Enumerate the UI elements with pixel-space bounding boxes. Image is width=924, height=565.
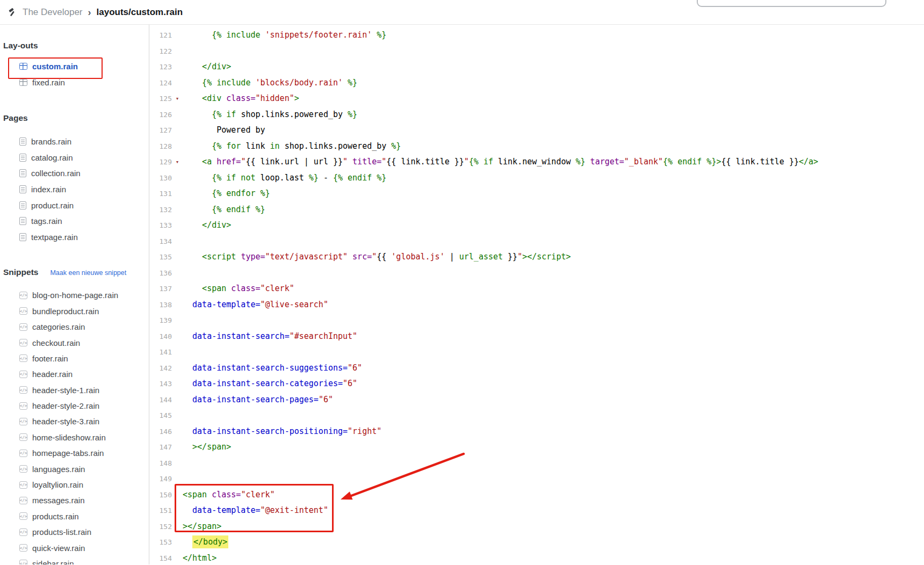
sidebar-item-tags.rain[interactable]: tags.rain [0,213,149,229]
sidebar-item-footer.rain[interactable]: footer.rain [0,351,149,366]
code-line[interactable]: 132 {% endif %} [149,202,924,218]
token-str: "@live-search" [261,300,328,309]
code-line[interactable]: 137 <span class="clerk" [149,281,924,297]
code-line[interactable]: 125▾ <div class="hidden"> [149,91,924,107]
code-line[interactable]: 134 [149,234,924,250]
section-items: custom.rainfixed.rain [0,58,149,91]
sidebar-item-collection.rain[interactable]: collection.rain [0,165,149,182]
code-line[interactable]: 152></span> [149,519,924,535]
section-header: Pages [0,113,149,123]
code-text: </html> [183,550,216,565]
sidebar-item-header.rain[interactable]: header.rain [0,366,149,382]
sidebar-item-label: quick-view.rain [32,544,85,553]
fold-arrow-icon[interactable]: ▾ [172,91,183,107]
token-str: " [372,252,377,262]
sidebar-item-loyaltylion.rain[interactable]: loyaltylion.rain [0,477,149,492]
code-line[interactable]: 142 data-instant-search-suggestions="6" [149,360,924,376]
code-text: {% endif %} [183,202,265,218]
sidebar-item-sidebar.rain[interactable]: sidebar.rain [0,556,149,564]
sidebar-item-categories.rain[interactable]: categories.rain [0,319,149,335]
sidebar-item-products.rain[interactable]: products.rain [0,509,149,524]
code-line[interactable]: 131 {% endfor %} [149,186,924,202]
sidebar-item-product.rain[interactable]: product.rain [0,197,149,213]
fold-arrow-icon[interactable]: ▾ [172,154,183,170]
token-plain [183,537,192,547]
code-line[interactable]: 153 </body> [149,534,924,550]
sidebar-item-brands.rain[interactable]: brands.rain [0,134,149,150]
code-line[interactable]: 136 [149,265,924,281]
sidebar-item-header-style-1.rain[interactable]: header-style-1.rain [0,382,149,398]
sidebar-item-catalog.rain[interactable]: catalog.rain [0,150,149,166]
sidebar-item-quick-view.rain[interactable]: quick-view.rain [0,540,149,555]
fold-gutter [172,59,183,75]
line-number: 152 [149,519,172,535]
sidebar-item-header-style-3.rain[interactable]: header-style-3.rain [0,414,149,429]
page-icon [19,233,26,241]
code-line[interactable]: 123 </div> [149,59,924,75]
sidebar-section: Lay-outscustom.rainfixed.rain [0,41,149,91]
sidebar-item-fixed.rain[interactable]: fixed.rain [0,75,149,91]
code-line[interactable]: 150<span class="clerk" [149,487,924,503]
code-line[interactable]: 121 {% include 'snippets/footer.rain' %} [149,27,924,44]
section-title: Lay-outs [3,41,38,50]
layout-grid-icon [19,63,27,70]
code-line[interactable]: 147 ></span> [149,439,924,455]
line-number: 136 [149,265,172,281]
fold-gutter [172,202,183,218]
token-tag: </html> [183,553,216,563]
sidebar-item-custom.rain[interactable]: custom.rain [0,58,149,75]
code-line[interactable]: 133 </div> [149,218,924,234]
sidebar-item-products-list.rain[interactable]: products-list.rain [0,524,149,540]
code-line[interactable]: 149 [149,471,924,487]
sidebar-item-label: products-list.rain [32,527,91,537]
code-line[interactable]: 138 data-template="@live-search" [149,297,924,313]
code-line[interactable]: 144 data-instant-search-pages="6" [149,392,924,408]
sidebar-item-textpage.rain[interactable]: textpage.rain [0,229,149,245]
code-line[interactable]: 129▾ <a href="{{ link.url | url }}" titl… [149,154,924,170]
token-plain: Powered by [183,125,265,135]
code-line[interactable]: 130 {% if not loop.last %} - {% endif %} [149,170,924,186]
token-tag: > [294,93,299,103]
sidebar-item-label: products.rain [32,512,79,521]
code-line[interactable]: 145 [149,408,924,424]
sidebar-item-blog-on-home-page.rain[interactable]: blog-on-home-page.rain [0,287,149,303]
code-line[interactable]: 148 [149,455,924,472]
code-line[interactable]: 127 Powered by [149,122,924,139]
sidebar-item-messages.rain[interactable]: messages.rain [0,492,149,508]
token-tag: ></span> [183,442,231,452]
code-line[interactable]: 143 data-instant-search-categories="6" [149,376,924,392]
code-line[interactable]: 139 [149,313,924,329]
token-attr: target= [586,157,624,166]
code-line[interactable]: 122 [149,44,924,60]
code-line[interactable]: 151 data-template="@exit-intent" [149,503,924,519]
code-line[interactable]: 124 {% include 'blocks/body.rain' %} [149,75,924,91]
code-line[interactable]: 126 {% if shop.links.powered_by %} [149,107,924,123]
line-number: 122 [149,44,172,60]
sidebar-item-bundleproduct.rain[interactable]: bundleproduct.rain [0,303,149,319]
fold-gutter [172,249,183,265]
section-header: Lay-outs [0,41,149,50]
code-line[interactable]: 128 {% for link in shop.links.powered_by… [149,139,924,155]
sidebar-item-checkout.rain[interactable]: checkout.rain [0,335,149,350]
code-line[interactable]: 154</html> [149,550,924,565]
code-snippet-icon [19,512,27,520]
sidebar-item-languages.rain[interactable]: languages.rain [0,461,149,476]
sidebar-item-label: catalog.rain [31,153,73,162]
token-tw: %} [304,173,319,183]
code-line[interactable]: 135 <script type="text/javascript" src="… [149,249,924,265]
sidebar-item-homepage-tabs.rain[interactable]: homepage-tabs.rain [0,445,149,461]
sidebar-item-home-slideshow.rain[interactable]: home-slideshow.rain [0,430,149,445]
new-snippet-link[interactable]: Maak een nieuwe snippet [50,269,126,277]
sidebar-item-label: categories.rain [32,322,85,331]
code-snippet-icon [19,323,27,331]
code-editor[interactable]: 121 {% include 'snippets/footer.rain' %}… [149,25,924,564]
code-line[interactable]: 141 [149,344,924,360]
sidebar-item-header-style-2.rain[interactable]: header-style-2.rain [0,398,149,414]
breadcrumb-root[interactable]: The Developer [23,7,83,18]
token-str: "clerk" [261,284,294,293]
token-str: "clerk" [241,490,275,499]
code-line[interactable]: 140 data-instant-search="#searchInput" [149,329,924,345]
topbar-search-box[interactable] [697,0,886,7]
sidebar-item-index.rain[interactable]: index.rain [0,182,149,198]
code-line[interactable]: 146 data-instant-search-positioning="rig… [149,424,924,440]
